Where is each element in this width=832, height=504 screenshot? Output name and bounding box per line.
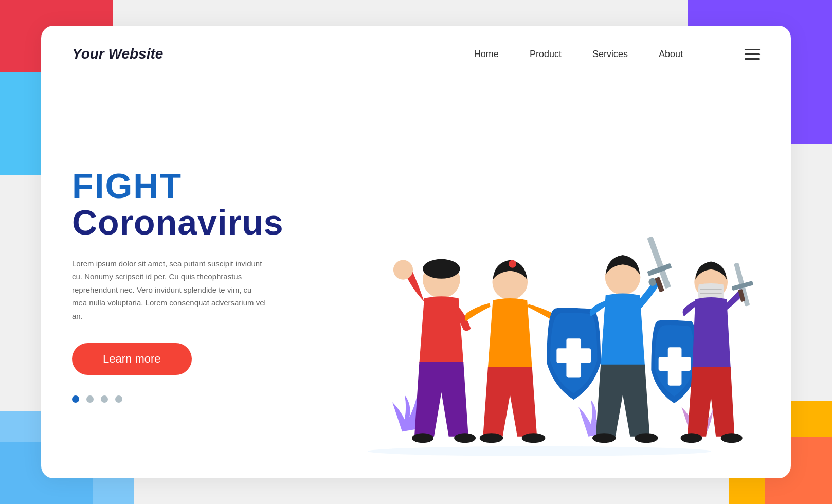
nav-home[interactable]: Home	[474, 49, 499, 60]
dot-2[interactable]	[86, 395, 94, 403]
navbar: Your Website Home Product Services About	[41, 26, 791, 82]
svg-point-18	[635, 433, 658, 443]
svg-point-28	[721, 433, 743, 443]
site-logo: Your Website	[72, 46, 163, 62]
svg-rect-11	[556, 348, 591, 363]
hero-illustration	[319, 103, 760, 468]
learn-more-button[interactable]: Learn more	[72, 343, 192, 375]
hamburger-line1	[745, 49, 760, 50]
pagination-dots	[72, 395, 319, 403]
svg-point-5	[454, 433, 476, 443]
dot-4[interactable]	[115, 395, 122, 403]
svg-point-8	[480, 433, 503, 443]
hero-title-covid: Coronavirus	[72, 203, 319, 242]
dot-3[interactable]	[101, 395, 108, 403]
hero-description: Lorem ipsum dolor sit amet, sea putant s…	[72, 257, 267, 323]
svg-rect-20	[659, 357, 691, 371]
hamburger-line3	[745, 58, 760, 60]
svg-point-9	[522, 433, 546, 443]
nav-about[interactable]: About	[659, 49, 683, 60]
svg-point-2	[423, 259, 460, 279]
illustration-svg	[319, 170, 760, 468]
hamburger-menu[interactable]	[745, 49, 760, 60]
svg-point-27	[681, 433, 702, 443]
svg-point-4	[412, 433, 433, 443]
svg-point-7	[509, 260, 516, 268]
nav-links: Home Product Services About	[474, 49, 760, 60]
hero-left-content: FIGHT Coronavirus Lorem ipsum dolor sit …	[72, 168, 319, 403]
nav-product[interactable]: Product	[530, 49, 562, 60]
hamburger-line2	[745, 53, 760, 55]
hero-section: FIGHT Coronavirus Lorem ipsum dolor sit …	[41, 82, 791, 478]
svg-point-0	[368, 446, 711, 456]
nav-services[interactable]: Services	[592, 49, 628, 60]
svg-point-17	[592, 433, 616, 443]
main-card: Your Website Home Product Services About…	[41, 26, 791, 478]
hero-title-fight: FIGHT	[72, 168, 319, 203]
svg-point-3	[393, 260, 413, 280]
dot-1[interactable]	[72, 395, 79, 403]
